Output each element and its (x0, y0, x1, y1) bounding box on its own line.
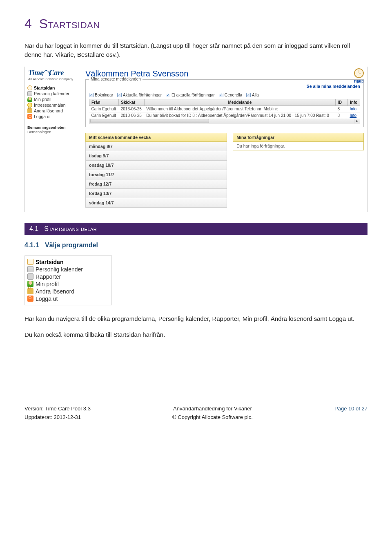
sidebar-item[interactable]: Ändra lösenord (27, 108, 78, 114)
filter-checkbox[interactable]: ✓Alla (246, 93, 259, 97)
logo-area: TimeCare An Allocate Software Company (25, 67, 81, 83)
clock-icon (27, 259, 33, 265)
sidebar-item-label: Logga ut (34, 114, 51, 119)
heading-1-number: 4 (24, 16, 32, 31)
footer-version: Version: Time Care Pool 3.3 (24, 405, 91, 413)
nav-menu-label: Personlig kalender (36, 266, 83, 273)
requests-header: Mina förfrågningar (233, 133, 364, 142)
checkbox-icon: ✓ (219, 93, 223, 97)
sidebar-item[interactable]: Personlig kalender (27, 91, 78, 96)
schedule-day-row: söndag 14/7 (85, 198, 227, 208)
schedule-day-row: fredag 12/7 (85, 179, 227, 189)
filter-label: Generella (225, 93, 242, 97)
messages-table: FrånSkickatMeddelandeIDInfo Carin Egehul… (89, 99, 360, 119)
cell-info[interactable]: Info (348, 112, 360, 119)
sidebar-item-label: Min profil (34, 97, 51, 102)
checkbox-icon: ✓ (89, 93, 94, 97)
requests-empty-text: Du har inga förfrågningar. (233, 142, 364, 150)
filter-checkbox[interactable]: ✓Bokningar (89, 93, 113, 97)
table-row: Carin Egehult2013-06-25Du har blivit bok… (89, 112, 360, 119)
filter-label: Aktuella förfrågningar (123, 93, 162, 97)
cell-from: Carin Egehult (89, 105, 119, 112)
schedule-panel: Mitt schema kommande vecka måndag 8/7tis… (85, 133, 227, 208)
schedule-day-row: tisdag 9/7 (85, 151, 227, 161)
clock-icon (354, 68, 364, 78)
page-footer: Version: Time Care Pool 3.3 Uppdaterat: … (24, 405, 368, 422)
sidebar-item[interactable]: Startsidan (27, 85, 78, 91)
sidebar-item[interactable]: Logga ut (27, 114, 78, 119)
sidebar-item-label: Intresseanmälan (34, 103, 66, 108)
lock-icon (27, 288, 33, 294)
filter-label: Alla (252, 93, 259, 97)
sidebar-item-label: Personlig kalender (34, 91, 69, 96)
cell-id: 8 (336, 112, 348, 119)
nav-menu-item[interactable]: Startsidan (27, 258, 83, 266)
checkbox-icon: ✓ (166, 93, 170, 97)
logo-text-2: Care (49, 69, 64, 77)
horizontal-scrollbar[interactable]: ◄ ► (89, 119, 360, 124)
cal-icon (27, 266, 33, 272)
nav-group-header: Bemanningsenheten (27, 125, 78, 130)
table-header: Från (89, 99, 119, 105)
filter-checkbox[interactable]: ✓Ej aktuella förfrågningar (166, 93, 215, 97)
sidebar-item[interactable]: Intresseanmälan (27, 102, 78, 108)
filter-checkbox[interactable]: ✓Generella (219, 93, 242, 97)
subsection-text: Välja programdel (45, 242, 98, 249)
heading-1: 4 Startsidan (24, 16, 368, 31)
scroll-thumb[interactable] (90, 119, 209, 123)
logo-text-1: Time (28, 69, 43, 77)
see-all-link[interactable]: Se alla mina meddelanden (89, 83, 360, 93)
filter-label: Bokningar (95, 93, 113, 97)
table-header: Skickat (119, 99, 145, 105)
paragraph-3: Du kan också komma tillbaka till Startsi… (24, 330, 368, 339)
subsection-heading: 4.1.1 Välja programdel (24, 242, 368, 249)
screenshot-nav-menu: StartsidanPersonlig kalenderRapporterMin… (24, 255, 112, 305)
schedule-day-row: torsdag 11/7 (85, 170, 227, 179)
lock-icon (27, 108, 32, 113)
nav-menu-item[interactable]: Ändra lösenord (27, 288, 83, 295)
cell-msg: Välkommen till Äldreboendet Äppelgården/… (144, 105, 335, 112)
nav-group-item[interactable]: Bemanningen (27, 130, 78, 134)
footer-copyright: © Copyright Allocate Software plc. (172, 413, 253, 422)
user-icon (27, 281, 33, 287)
nav-menu-item[interactable]: Min profil (27, 280, 83, 288)
fieldset-legend: Mina senaste meddelanden (89, 77, 143, 81)
cell-info[interactable]: Info (348, 105, 360, 112)
intro-paragraph: När du har loggat in kommer du till Star… (24, 41, 368, 59)
cal-icon (27, 91, 32, 96)
logo-subtitle: An Allocate Software Company (28, 77, 78, 81)
nav-menu-item[interactable]: Rapporter (27, 273, 83, 280)
checkbox-icon: ✓ (246, 93, 251, 97)
section-heading: 4.1 Startsidans delar (24, 223, 368, 235)
nav-menu-item[interactable]: Personlig kalender (27, 266, 83, 273)
table-row: Carin Egehult2013-06-25Välkommen till Äl… (89, 105, 360, 112)
cell-msg: Du har blivit bokad för ID 8 : Äldreboen… (144, 112, 335, 119)
rep-icon (27, 273, 33, 280)
section-text: Startsidans delar (44, 225, 97, 233)
nav-menu-label: Min profil (36, 281, 59, 287)
schedule-day-row: måndag 8/7 (85, 142, 227, 151)
requests-panel: Mina förfrågningar Du har inga förfrågni… (233, 133, 364, 208)
filter-checkbox[interactable]: ✓Aktuella förfrågningar (117, 93, 162, 97)
screenshot-startsidan: TimeCare An Allocate Software Company Vä… (24, 67, 368, 212)
nav-menu-label: Rapporter (36, 273, 61, 280)
nav-menu-label: Startsidan (36, 259, 63, 265)
checkbox-icon: ✓ (117, 93, 122, 97)
nav-menu-item[interactable]: Logga ut (27, 295, 83, 302)
nav-menu-label: Logga ut (36, 296, 58, 302)
sidebar-item[interactable]: Min profil (27, 96, 78, 102)
filter-label: Ej aktuella förfrågningar (172, 93, 215, 97)
cell-sent: 2013-06-25 (119, 105, 145, 112)
schedule-day-row: onsdag 10/7 (85, 161, 227, 170)
sidebar-item-label: Ändra lösenord (34, 108, 63, 113)
scroll-right-icon[interactable]: ► (354, 119, 360, 123)
messages-fieldset: Mina senaste meddelanden Se alla mina me… (85, 79, 364, 127)
user-icon (27, 97, 32, 102)
clock-icon (27, 85, 32, 90)
table-header: Meddelande (144, 99, 335, 105)
schedule-header: Mitt schema kommande vecka (85, 133, 227, 142)
section-number: 4.1 (29, 225, 38, 233)
heading-1-text: Startsidan (39, 16, 100, 31)
footer-page: Page 10 of 27 (334, 405, 368, 413)
footer-title: Användarhandledning för Vikarier (172, 405, 253, 413)
